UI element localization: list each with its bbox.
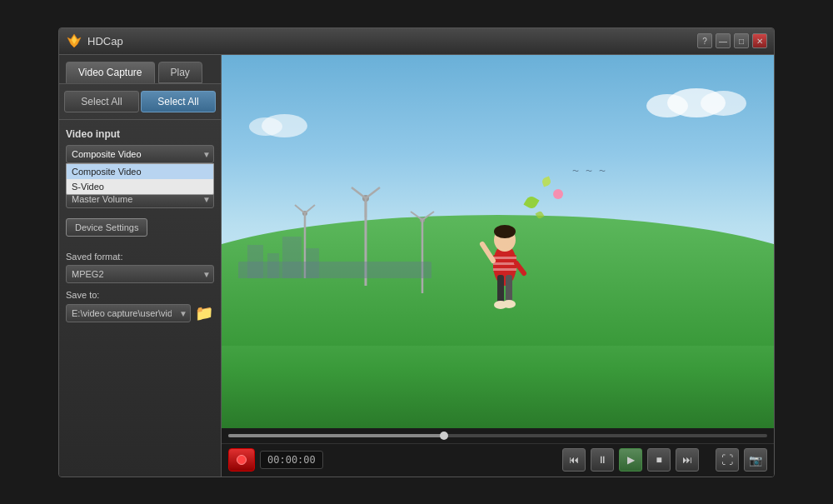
video-input-label: Video input bbox=[66, 128, 214, 140]
seekbar-thumb[interactable] bbox=[440, 432, 448, 440]
record-button[interactable] bbox=[228, 448, 255, 472]
dropdown-arrow-icon: ▼ bbox=[202, 149, 211, 158]
stop-button[interactable]: ■ bbox=[647, 448, 671, 472]
svg-rect-19 bbox=[493, 257, 516, 259]
flower-1 bbox=[553, 189, 563, 199]
svg-point-25 bbox=[502, 300, 516, 308]
video-area: 〜 〜 〜 bbox=[222, 55, 774, 428]
skip-forward-icon: ⏭ bbox=[682, 454, 692, 466]
seekbar[interactable] bbox=[228, 434, 767, 437]
minimize-button[interactable]: — bbox=[716, 33, 731, 48]
play-icon: ▶ bbox=[627, 454, 635, 466]
window-controls: ? — □ ✕ bbox=[697, 33, 767, 48]
svg-rect-20 bbox=[493, 262, 516, 265]
folder-icon: 📁 bbox=[195, 304, 213, 322]
camera-icon: 📷 bbox=[749, 454, 762, 467]
video-input-dropdown-wrapper: Composite Video ▼ Composite Video S-Vide… bbox=[66, 145, 214, 163]
svg-rect-21 bbox=[493, 268, 516, 271]
saved-format-label: Saved format: bbox=[66, 252, 214, 262]
device-settings-button[interactable]: Device Settings bbox=[66, 218, 147, 237]
time-display: 00:00:00 bbox=[260, 451, 323, 469]
city-silhouette bbox=[238, 262, 431, 278]
app-window: HDCap ? — □ ✕ Video Capture Play Select … bbox=[58, 27, 775, 477]
select-buttons-area: Select All Select All bbox=[59, 84, 221, 120]
svg-rect-22 bbox=[497, 275, 504, 304]
save-to-dropdown[interactable]: E:\video capture\user\videos bbox=[66, 304, 191, 322]
video-input-dropdown[interactable]: Composite Video ▼ bbox=[66, 145, 214, 163]
app-title: HDCap bbox=[87, 35, 697, 47]
cloud-5 bbox=[249, 117, 282, 136]
saved-format-dropdown-wrapper: MPEG2 AVI MP4 ▼ bbox=[66, 265, 214, 283]
app-logo-icon bbox=[66, 32, 82, 49]
svg-line-10 bbox=[366, 187, 380, 198]
svg-point-27 bbox=[494, 225, 516, 238]
save-to-row: E:\video capture\user\videos ▼ 📁 bbox=[66, 303, 214, 323]
video-input-dropdown-list: Composite Video S-Video bbox=[66, 163, 214, 195]
tab-video-capture[interactable]: Video Capture bbox=[66, 62, 155, 83]
clouds bbox=[646, 84, 746, 126]
fullscreen-icon: ⛶ bbox=[721, 453, 733, 467]
help-button[interactable]: ? bbox=[697, 33, 712, 48]
clouds-left bbox=[249, 111, 316, 140]
svg-line-4 bbox=[295, 205, 305, 213]
close-button[interactable]: ✕ bbox=[752, 33, 767, 48]
left-panel: Video Capture Play Select All Select All… bbox=[59, 55, 222, 477]
birds: 〜 〜 〜 bbox=[572, 167, 608, 176]
tab-bar: Video Capture Play bbox=[59, 55, 221, 84]
main-content: Video Capture Play Select All Select All… bbox=[59, 55, 774, 477]
pause-button[interactable]: ⏸ bbox=[591, 448, 614, 472]
svg-line-28 bbox=[482, 244, 493, 261]
turbine-3 bbox=[404, 210, 441, 293]
saved-format-dropdown[interactable]: MPEG2 AVI MP4 bbox=[66, 265, 214, 283]
right-panel: 〜 〜 〜 00:00:00 bbox=[222, 55, 774, 477]
seekbar-fill bbox=[228, 434, 444, 437]
video-option-svideo[interactable]: S-Video bbox=[67, 179, 213, 194]
save-to-label: Save to: bbox=[66, 290, 214, 300]
title-bar: HDCap ? — □ ✕ bbox=[59, 28, 774, 55]
skip-back-button[interactable]: ⏮ bbox=[562, 448, 586, 472]
skip-back-icon: ⏮ bbox=[569, 454, 579, 466]
svg-line-15 bbox=[422, 212, 434, 220]
stop-icon: ■ bbox=[656, 454, 661, 466]
fullscreen-button[interactable]: ⛶ bbox=[716, 448, 739, 472]
save-to-path-wrapper: E:\video capture\user\videos ▼ bbox=[66, 304, 191, 322]
cloud-3 bbox=[701, 91, 746, 116]
svg-line-29 bbox=[516, 263, 524, 273]
tab-play[interactable]: Play bbox=[158, 62, 202, 83]
maximize-button[interactable]: □ bbox=[734, 33, 749, 48]
select-all-button-2[interactable]: Select All bbox=[141, 91, 216, 112]
panel-content: Video input Composite Video ▼ Composite … bbox=[59, 120, 221, 477]
play-button[interactable]: ▶ bbox=[619, 448, 642, 472]
svg-line-14 bbox=[411, 212, 422, 220]
video-option-composite[interactable]: Composite Video bbox=[67, 164, 213, 179]
video-scene: 〜 〜 〜 bbox=[222, 55, 774, 428]
browse-folder-button[interactable]: 📁 bbox=[194, 303, 214, 323]
svg-line-9 bbox=[352, 187, 366, 198]
select-all-button-1[interactable]: Select All bbox=[64, 91, 139, 112]
svg-line-5 bbox=[305, 205, 315, 213]
controls-bar: 00:00:00 ⏮ ⏸ ▶ ■ bbox=[222, 443, 774, 477]
skip-forward-button[interactable]: ⏭ bbox=[676, 448, 699, 472]
screenshot-button[interactable]: 📷 bbox=[744, 448, 767, 472]
pause-icon: ⏸ bbox=[597, 454, 607, 466]
svg-rect-23 bbox=[506, 275, 512, 304]
record-dot-icon bbox=[237, 455, 247, 465]
person-figure bbox=[476, 215, 534, 323]
seekbar-area bbox=[222, 428, 774, 443]
